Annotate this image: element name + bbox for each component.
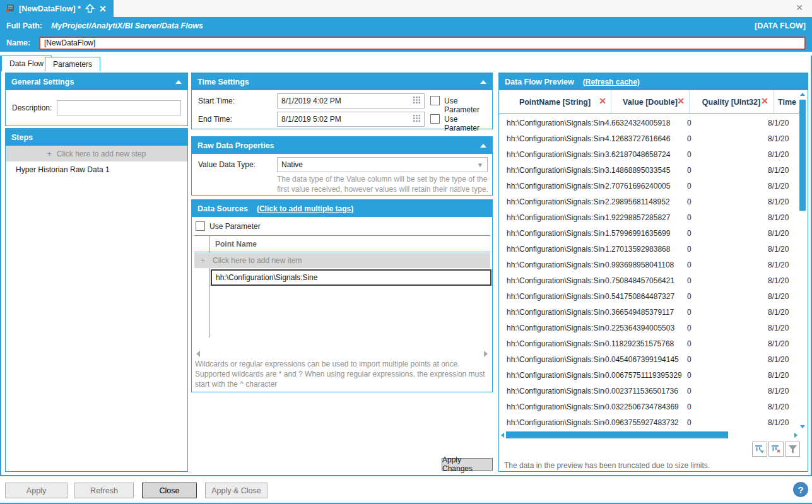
end-time-input[interactable]: 8/1/2019 5:02 PM bbox=[277, 112, 425, 127]
general-settings-header[interactable]: General Settings bbox=[6, 73, 187, 90]
help-button[interactable]: ? bbox=[793, 482, 808, 497]
apply-changes-button[interactable]: Apply Changes bbox=[442, 458, 493, 471]
scroll-right-icon[interactable] bbox=[484, 351, 488, 357]
horizontal-scrollbar-thumb[interactable] bbox=[506, 431, 728, 438]
table-row[interactable]: hh:\Configuration\Signals:Sine0.99369895… bbox=[499, 257, 798, 273]
table-cell: 0 bbox=[687, 150, 768, 159]
collapse-icon[interactable] bbox=[480, 144, 486, 148]
apply-and-close-button[interactable]: Apply & Close bbox=[205, 483, 268, 498]
time-settings-header[interactable]: Time Settings bbox=[192, 73, 492, 90]
promote-up-icon[interactable] bbox=[85, 4, 95, 13]
remove-column-icon[interactable]: ✕ bbox=[677, 97, 685, 105]
table-row[interactable]: hh:\Configuration\Signals:Sine0.03225067… bbox=[499, 399, 798, 414]
table-cell: 8/1/20 bbox=[768, 166, 792, 175]
refresh-button[interactable]: Refresh bbox=[74, 483, 134, 498]
scroll-up-icon[interactable] bbox=[800, 93, 805, 96]
steps-header[interactable]: Steps bbox=[6, 129, 187, 146]
scroll-down-icon[interactable] bbox=[800, 425, 805, 428]
scroll-left-icon[interactable] bbox=[501, 433, 504, 438]
table-cell: hh:\Configuration\Signals:Sine bbox=[499, 150, 605, 159]
table-cell: hh:\Configuration\Signals:Sine bbox=[499, 402, 605, 411]
tab-close-icon[interactable]: ✕ bbox=[99, 4, 107, 14]
remove-column-icon[interactable]: ✕ bbox=[761, 97, 768, 105]
table-row[interactable]: hh:\Configuration\Signals:Sine1.27013592… bbox=[499, 241, 798, 257]
table-cell: hh:\Configuration\Signals:Sine bbox=[499, 134, 605, 143]
add-step-button[interactable]: + Click here to add new step bbox=[6, 146, 187, 161]
description-input[interactable] bbox=[57, 100, 181, 115]
dataflow-editor-window: [NewDataFlow] * ✕ ✕ Full Path: MyProject… bbox=[0, 0, 812, 504]
table-row[interactable]: hh:\Configuration\Signals:Sine0.04540673… bbox=[499, 351, 798, 367]
window-close-icon[interactable]: ✕ bbox=[796, 3, 803, 13]
table-row[interactable]: hh:\Configuration\Signals:Sine0.00237115… bbox=[499, 383, 798, 399]
name-label: Name: bbox=[6, 38, 30, 47]
table-row[interactable]: hh:\Configuration\Signals:Sine4.12683727… bbox=[499, 131, 798, 146]
full-path-label: Full Path: bbox=[6, 21, 42, 30]
time-settings-panel: Time Settings Start Time: 8/1/2019 4:02 … bbox=[191, 73, 493, 129]
add-point-button[interactable]: + Click here to add new item bbox=[194, 253, 490, 268]
start-time-input[interactable]: 8/1/2019 4:02 PM bbox=[277, 93, 425, 108]
steps-panel: Steps + Click here to add new step Hyper… bbox=[5, 128, 188, 472]
scroll-left-icon[interactable] bbox=[196, 351, 200, 357]
scroll-right-icon[interactable] bbox=[794, 433, 797, 438]
table-row[interactable]: hh:\Configuration\Signals:Sine0.36654948… bbox=[499, 304, 798, 320]
step-list-item[interactable]: Hyper Historian Raw Data 1 bbox=[6, 161, 187, 178]
table-row[interactable]: hh:\Configuration\Signals:Sine0.00675751… bbox=[499, 367, 798, 383]
value-data-type-select[interactable]: Native ▼ bbox=[277, 157, 488, 172]
table-row[interactable]: hh:\Configuration\Signals:Sine0.75084845… bbox=[499, 273, 798, 288]
vertical-scrollbar-thumb[interactable] bbox=[799, 100, 806, 211]
table-row[interactable]: hh:\Configuration\Signals:Sine0.09637559… bbox=[499, 414, 798, 430]
table-row[interactable]: hh:\Configuration\Signals:Sine1.57996991… bbox=[499, 225, 798, 241]
column-header-value[interactable]: Value [Double] ✕ bbox=[611, 90, 689, 114]
close-button[interactable]: Close bbox=[142, 483, 197, 498]
filter-button[interactable] bbox=[785, 442, 800, 457]
remove-column-icon[interactable]: ✕ bbox=[599, 97, 606, 105]
document-tab[interactable]: [NewDataFlow] * ✕ bbox=[0, 0, 114, 17]
table-cell: 3.14868895033545 bbox=[605, 166, 687, 175]
refresh-cache-link[interactable]: (Refresh cache) bbox=[583, 78, 640, 86]
name-input[interactable] bbox=[39, 37, 806, 50]
column-header-time[interactable]: Time bbox=[773, 90, 799, 114]
add-multiple-tags-link[interactable]: (Click to add multiple tags) bbox=[257, 204, 353, 213]
table-cell: 8/1/20 bbox=[768, 119, 792, 127]
table-cell: 8/1/20 bbox=[768, 213, 792, 222]
collapse-icon[interactable] bbox=[175, 80, 182, 84]
tab-parameters[interactable]: Parameters bbox=[45, 57, 100, 71]
collapse-icon[interactable] bbox=[480, 80, 486, 84]
add-calculated-column-button[interactable] bbox=[752, 442, 767, 457]
table-row[interactable]: hh:\Configuration\Signals:Sine3.62187048… bbox=[499, 146, 798, 162]
remove-calculated-column-button[interactable] bbox=[768, 442, 784, 457]
name-bar: Name: bbox=[0, 34, 812, 52]
horizontal-scrollbar[interactable] bbox=[500, 431, 798, 440]
table-cell: 0.993698958041108 bbox=[605, 261, 687, 269]
table-cell: 0.750848457056421 bbox=[605, 276, 687, 285]
table-row[interactable]: hh:\Configuration\Signals:Sine0.54175086… bbox=[499, 288, 798, 304]
table-row[interactable]: hh:\Configuration\Signals:Sine1.92298857… bbox=[499, 209, 798, 225]
table-row[interactable]: hh:\Configuration\Signals:Sine3.14868895… bbox=[499, 162, 798, 178]
table-cell: 8/1/20 bbox=[768, 418, 792, 427]
general-settings-panel: General Settings Description: bbox=[5, 73, 188, 126]
datasource-use-parameter-checkbox[interactable] bbox=[196, 221, 205, 231]
raw-data-properties-header[interactable]: Raw Data Properties bbox=[192, 137, 492, 154]
end-use-parameter-checkbox[interactable] bbox=[430, 114, 440, 124]
date-picker-icon[interactable] bbox=[413, 115, 420, 124]
table-row[interactable]: hh:\Configuration\Signals:Sine2.70761696… bbox=[499, 178, 798, 194]
vertical-scrollbar[interactable] bbox=[799, 91, 807, 430]
table-row[interactable]: hh:\Configuration\Signals:Sine0.11829235… bbox=[499, 336, 798, 351]
point-name-input[interactable] bbox=[211, 269, 491, 286]
table-row[interactable]: hh:\Configuration\Signals:Sine2.29895681… bbox=[499, 194, 798, 209]
apply-button[interactable]: Apply bbox=[5, 483, 68, 498]
data-sources-header[interactable]: Data Sources (Click to add multiple tags… bbox=[192, 200, 492, 217]
column-header-quality[interactable]: Quality [UInt32] ✕ bbox=[690, 90, 773, 114]
table-row[interactable]: hh:\Configuration\Signals:Sine4.66324324… bbox=[499, 115, 798, 131]
table-row[interactable]: hh:\Configuration\Signals:Sine0.22536439… bbox=[499, 320, 798, 336]
table-cell: hh:\Configuration\Signals:Sine bbox=[499, 182, 605, 190]
table-cell: 0 bbox=[687, 402, 768, 411]
data-sources-title: Data Sources bbox=[197, 204, 248, 213]
date-picker-icon[interactable] bbox=[413, 97, 420, 105]
table-cell: 0 bbox=[687, 324, 768, 332]
column-header-pointname[interactable]: PointName [String] ✕ bbox=[499, 90, 611, 114]
point-name-column-header[interactable]: Point Name bbox=[215, 240, 257, 249]
column-label: Value [Double] bbox=[623, 98, 678, 107]
preview-table-header: PointName [String] ✕ Value [Double] ✕ Qu… bbox=[499, 90, 799, 114]
start-use-parameter-checkbox[interactable] bbox=[430, 96, 440, 105]
